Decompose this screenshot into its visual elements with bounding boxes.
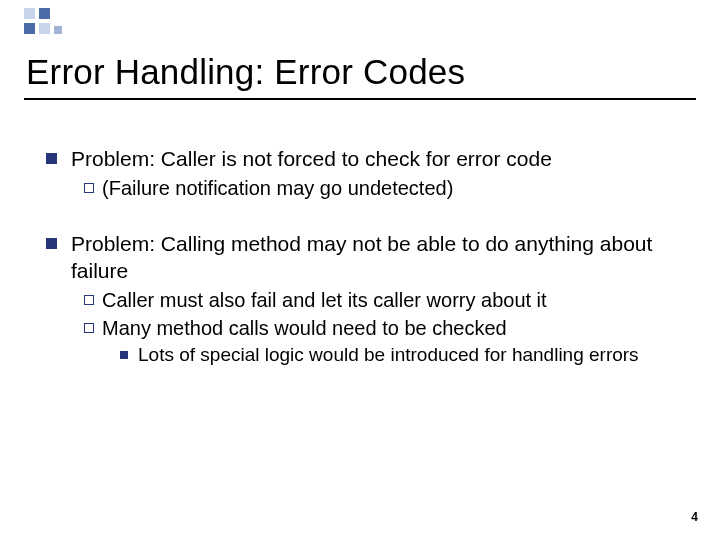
title-underline [24,98,696,100]
filled-square-bullet-icon [46,238,57,249]
page-number: 4 [691,510,698,524]
bullet-text: (Failure notification may go undetected) [102,176,453,202]
bullet-text: Caller must also fail and let its caller… [102,288,547,314]
hollow-square-bullet-icon [84,183,94,193]
filled-square-bullet-icon [120,351,128,359]
hollow-square-bullet-icon [84,323,94,333]
list-item: (Failure notification may go undetected) [84,176,680,202]
list-item: Problem: Caller is not forced to check f… [46,146,680,173]
list-item: Problem: Calling method may not be able … [46,231,680,285]
slide-body: Problem: Caller is not forced to check f… [46,146,680,368]
bullet-text: Many method calls would need to be check… [102,316,507,342]
filled-square-bullet-icon [46,153,57,164]
hollow-square-bullet-icon [84,295,94,305]
bullet-text: Problem: Calling method may not be able … [71,231,680,285]
bullet-text: Lots of special logic would be introduce… [138,343,639,367]
list-item: Caller must also fail and let its caller… [84,288,680,314]
slide-title: Error Handling: Error Codes [26,52,720,92]
corner-decoration [0,0,62,38]
bullet-text: Problem: Caller is not forced to check f… [71,146,552,173]
list-item: Many method calls would need to be check… [84,316,680,342]
list-item: Lots of special logic would be introduce… [120,343,680,367]
